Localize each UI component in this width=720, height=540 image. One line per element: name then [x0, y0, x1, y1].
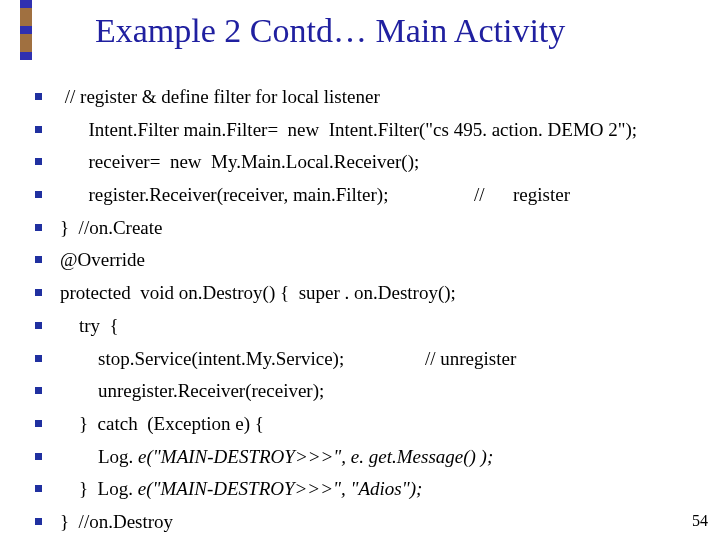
bullet-icon	[35, 256, 42, 263]
code-line: } Log. e("MAIN-DESTROY>>>", "Adios");	[35, 477, 685, 502]
page-number: 54	[692, 512, 708, 530]
code-text: try {	[60, 314, 119, 339]
code-text: Intent.Filter main.Filter= new Intent.Fi…	[60, 118, 637, 143]
code-text: unregister.Receiver(receiver);	[60, 379, 324, 404]
code-text: receiver= new My.Main.Local.Receiver();	[60, 150, 419, 175]
code-line: stop.Service(intent.My.Service); // unre…	[35, 347, 685, 372]
code-line: try {	[35, 314, 685, 339]
code-text: register.Receiver(receiver, main.Filter)…	[60, 183, 570, 208]
code-line: } //on.Destroy	[35, 510, 685, 535]
bullet-icon	[35, 518, 42, 525]
code-text: // register & define filter for local li…	[60, 85, 380, 110]
bullet-icon	[35, 93, 42, 100]
slide-title: Example 2 Contd… Main Activity	[95, 12, 565, 50]
code-line: Intent.Filter main.Filter= new Intent.Fi…	[35, 118, 685, 143]
code-line: } //on.Create	[35, 216, 685, 241]
bullet-icon	[35, 420, 42, 427]
bullet-icon	[35, 387, 42, 394]
bullet-icon	[35, 158, 42, 165]
slide-body: // register & define filter for local li…	[35, 85, 685, 540]
code-text-italic: e("MAIN-DESTROY>>>", "Adios");	[138, 477, 423, 502]
code-text: } Log.	[60, 477, 138, 502]
code-line: @Override	[35, 248, 685, 273]
bullet-icon	[35, 453, 42, 460]
bullet-icon	[35, 126, 42, 133]
code-text: Log.	[60, 445, 138, 470]
slide-decoration	[20, 0, 32, 60]
code-line: // register & define filter for local li…	[35, 85, 685, 110]
code-text-italic: e("MAIN-DESTROY>>>", e. get.Message() );	[138, 445, 493, 470]
code-line: } catch (Exception e) {	[35, 412, 685, 437]
code-text: @Override	[60, 248, 145, 273]
code-text: stop.Service(intent.My.Service); // unre…	[60, 347, 516, 372]
bullet-icon	[35, 289, 42, 296]
code-text: protected void on.Destroy() { super . on…	[60, 281, 456, 306]
bullet-icon	[35, 355, 42, 362]
code-text: } //on.Create	[60, 216, 163, 241]
code-line: Log. e("MAIN-DESTROY>>>", e. get.Message…	[35, 445, 685, 470]
code-text: } //on.Destroy	[60, 510, 173, 535]
code-line: protected void on.Destroy() { super . on…	[35, 281, 685, 306]
code-line: register.Receiver(receiver, main.Filter)…	[35, 183, 685, 208]
code-line: unregister.Receiver(receiver);	[35, 379, 685, 404]
bullet-icon	[35, 485, 42, 492]
bullet-icon	[35, 191, 42, 198]
bullet-icon	[35, 322, 42, 329]
code-text: } catch (Exception e) {	[60, 412, 264, 437]
code-line: receiver= new My.Main.Local.Receiver();	[35, 150, 685, 175]
bullet-icon	[35, 224, 42, 231]
